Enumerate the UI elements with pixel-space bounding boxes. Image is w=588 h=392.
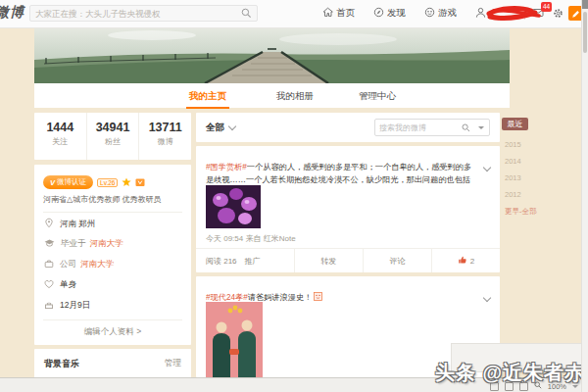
company-link[interactable]: 河南大学 bbox=[80, 259, 114, 270]
nav-games-label: 游戏 bbox=[438, 7, 457, 20]
nav-home-label: 首页 bbox=[336, 7, 355, 20]
post-timestamp[interactable]: 今天 09:54 来自 红米Note bbox=[206, 233, 296, 244]
post-menu-chevron-icon[interactable] bbox=[484, 157, 490, 174]
scrollbar-up-button[interactable] bbox=[582, 0, 588, 9]
search-scope-caret[interactable] bbox=[478, 126, 484, 129]
nav-discover[interactable]: 发现 bbox=[373, 7, 406, 20]
top-navbar: 微博 首页 发现 游戏 bbox=[0, 0, 588, 28]
relationship-text: 单身 bbox=[60, 279, 76, 291]
music-manage-link[interactable]: 管理 bbox=[165, 358, 181, 369]
company-icon bbox=[44, 259, 54, 270]
location-icon bbox=[44, 218, 54, 230]
badge-row: V 微博认证 Lv.26 bbox=[43, 173, 145, 191]
timeline-year-2012[interactable]: 2012 bbox=[505, 190, 521, 199]
feed-post-1: #国学赏析#一个从容的人，感受到的多是平和；一个自卑的人，感受到的多是歧视……一… bbox=[196, 146, 500, 272]
following-label: 关注 bbox=[34, 136, 86, 147]
post-reads: 阅读 216 推广 bbox=[196, 249, 294, 272]
posts-label: 微博 bbox=[139, 136, 191, 147]
divider bbox=[43, 212, 182, 213]
post-image-thumbnail[interactable] bbox=[206, 302, 263, 377]
hashtag-link[interactable]: #国学赏析# bbox=[206, 163, 247, 172]
post-body: #国学赏析#一个从容的人，感受到的多是平和；一个自卑的人，感受到的多是歧视……一… bbox=[206, 161, 474, 187]
global-search-box[interactable] bbox=[29, 5, 258, 22]
feed-search-input[interactable] bbox=[375, 123, 462, 132]
video-watermark: 头条 @近朱者赤 bbox=[435, 360, 585, 386]
nav-settings[interactable] bbox=[553, 8, 564, 21]
followers-count: 34941 bbox=[87, 121, 139, 134]
game-icon bbox=[424, 7, 435, 20]
nav-home[interactable]: 首页 bbox=[322, 7, 355, 20]
compose-icon bbox=[571, 5, 580, 23]
timeline-year-2015[interactable]: 2015 bbox=[505, 140, 521, 149]
post-image-thumbnail[interactable] bbox=[206, 185, 261, 228]
stat-posts[interactable]: 13711 微博 bbox=[138, 113, 191, 160]
timeline-year-2013[interactable]: 2013 bbox=[505, 173, 521, 182]
comment-button[interactable]: 评论 bbox=[363, 249, 431, 272]
timeline-earlier-link[interactable]: 更早-全部 bbox=[505, 207, 537, 217]
daren-icon[interactable] bbox=[122, 173, 131, 191]
thumb-up-icon bbox=[458, 255, 467, 267]
feed-filter-dropdown[interactable]: 全部 bbox=[206, 122, 235, 134]
feed-toolbar: 全部 bbox=[196, 113, 500, 142]
edit-profile-link[interactable]: 编辑个人资料 > bbox=[34, 326, 191, 338]
stat-following[interactable]: 1444 关注 bbox=[34, 113, 86, 160]
scrollbar-thumb[interactable] bbox=[583, 12, 587, 53]
level-badge[interactable]: Lv.26 bbox=[97, 178, 118, 187]
music-title: 背景音乐 bbox=[44, 358, 79, 370]
education-prefix: 毕业于 bbox=[61, 238, 86, 250]
tab-my-home[interactable]: 我的主页 bbox=[189, 90, 226, 103]
education-link[interactable]: 河南大学 bbox=[90, 238, 123, 250]
search-icon[interactable] bbox=[462, 123, 470, 132]
feed-search-box[interactable] bbox=[374, 119, 490, 136]
weibo-logo[interactable]: 微博 bbox=[0, 4, 24, 22]
emoticon-icon bbox=[314, 292, 322, 305]
profile-tabbar: 我的主页 我的相册 管理中心 bbox=[34, 83, 510, 108]
birthday-text: 12月9日 bbox=[60, 300, 90, 312]
verified-v: V bbox=[50, 178, 55, 187]
repost-button[interactable]: 转发 bbox=[294, 249, 363, 272]
location-text: 河南 郑州 bbox=[60, 219, 95, 230]
vip-icon[interactable] bbox=[135, 173, 145, 191]
weibo-profile-page: 微博 首页 发现 游戏 bbox=[0, 0, 588, 392]
education-icon bbox=[44, 238, 55, 250]
global-search-input[interactable] bbox=[30, 9, 241, 19]
background-music-card: 背景音乐 管理 bbox=[34, 349, 191, 378]
nav-games[interactable]: 游戏 bbox=[424, 7, 457, 20]
nav-profile[interactable] bbox=[475, 7, 486, 21]
gear-icon bbox=[553, 8, 564, 21]
stat-followers[interactable]: 34941 粉丝 bbox=[86, 113, 139, 160]
nav-discover-label: 发现 bbox=[387, 7, 406, 20]
profile-icon bbox=[475, 7, 486, 21]
verified-label: 微博认证 bbox=[57, 177, 86, 187]
timeline-year-2014[interactable]: 2014 bbox=[505, 157, 521, 166]
tab-manage-center[interactable]: 管理中心 bbox=[359, 90, 396, 103]
like-count: 2 bbox=[470, 257, 474, 266]
company-prefix: 公司 bbox=[60, 259, 76, 270]
like-button[interactable]: 2 bbox=[431, 249, 500, 272]
verified-badge[interactable]: V 微博认证 bbox=[43, 175, 93, 189]
tab-my-album[interactable]: 我的相册 bbox=[276, 90, 314, 103]
profile-info-card: V 微博认证 Lv.26 河南省△城市优秀教师 优秀教研员 河南 郑州 毕业于 … bbox=[34, 165, 191, 345]
discover-icon bbox=[373, 7, 384, 20]
verified-description: 河南省△城市优秀教师 优秀教研员 bbox=[43, 194, 184, 205]
hashtag-link[interactable]: #现代24孝# bbox=[206, 293, 248, 302]
relationship-icon bbox=[44, 279, 54, 291]
cover-photo[interactable] bbox=[34, 27, 510, 83]
page-scrollbar[interactable] bbox=[581, 0, 588, 392]
feed-filter-label: 全部 bbox=[206, 122, 224, 134]
posts-count: 13711 bbox=[139, 121, 191, 134]
home-icon bbox=[322, 7, 333, 20]
chevron-down-icon bbox=[228, 122, 236, 130]
search-icon[interactable] bbox=[241, 8, 252, 19]
detail-relationship: 单身 bbox=[44, 279, 76, 291]
detail-birthday: 12月9日 bbox=[44, 300, 90, 312]
detail-company: 公司 河南大学 bbox=[44, 259, 114, 270]
detail-education: 毕业于 河南大学 bbox=[44, 238, 123, 250]
detail-location: 河南 郑州 bbox=[44, 218, 95, 230]
timeline-recent-badge[interactable]: 最近 bbox=[502, 118, 528, 130]
message-count-badge: 44 bbox=[541, 2, 552, 12]
post-menu-chevron-icon[interactable] bbox=[484, 287, 490, 305]
promote-link[interactable]: 推广 bbox=[245, 256, 261, 267]
post-action-bar: 阅读 216 推广 转发 评论 2 bbox=[196, 248, 500, 272]
stats-card: 1444 关注 34941 粉丝 13711 微博 bbox=[34, 113, 191, 160]
